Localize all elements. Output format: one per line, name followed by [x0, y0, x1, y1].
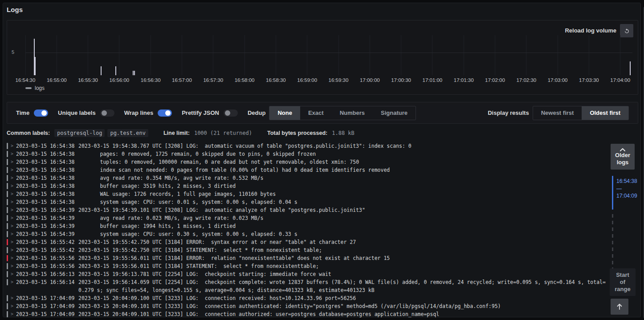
log-volume-bar[interactable] [115, 66, 116, 75]
expand-chevron-icon[interactable]: > [8, 142, 16, 150]
dedup-option-signature[interactable]: Signature [373, 106, 416, 120]
log-row[interactable]: >2023-03-15 16:55:562023-03-15 19:55:56.… [7, 254, 608, 262]
display-results-option-newest-first[interactable]: Newest first [533, 106, 582, 120]
log-row[interactable]: >2023-03-15 17:04:092023-03-15 20:04:09.… [7, 310, 608, 318]
x-axis-tick-label: 16:56:30 [136, 77, 165, 83]
start-of-range-button[interactable]: Start of range [610, 268, 636, 296]
legend-label-logs[interactable]: logs [35, 85, 45, 91]
log-timestamp: 2023-03-15 16:55:56 [16, 262, 78, 270]
display-results-button-group: Newest firstOldest first [533, 106, 629, 120]
expand-chevron-icon[interactable]: > [8, 238, 16, 246]
dedup-option-exact[interactable]: Exact [300, 106, 332, 120]
expand-chevron-icon[interactable]: > [8, 230, 16, 238]
expand-chevron-icon[interactable]: > [8, 166, 16, 174]
range-end-time: 17:04:09 [616, 192, 637, 200]
expand-chevron-icon[interactable]: > [8, 198, 16, 206]
log-row[interactable]: >2023-03-15 16:54:39 system usage: CPU: … [7, 230, 608, 238]
log-timestamp: 2023-03-15 16:54:38 [16, 150, 78, 158]
expand-chevron-icon[interactable]: > [8, 262, 16, 270]
log-row[interactable]: >2023-03-15 16:54:382023-03-15 19:54:38.… [7, 142, 608, 150]
time-toggle[interactable] [34, 109, 48, 117]
log-row[interactable]: >2023-03-15 16:54:38 buffer usage: 3519 … [7, 182, 608, 190]
log-timestamp: 2023-03-15 17:04:09 [16, 310, 78, 318]
log-row[interactable]: >2023-03-15 16:55:562023-03-15 19:55:56.… [7, 262, 608, 270]
expand-chevron-icon[interactable]: > [8, 150, 16, 158]
expand-chevron-icon[interactable]: > [8, 294, 16, 302]
log-options-bar: TimeUnique labelsWrap linesPrettify JSON… [7, 102, 638, 124]
wrap-lines-toggle[interactable] [158, 109, 172, 117]
display-results-option-oldest-first[interactable]: Oldest first [582, 106, 628, 120]
expand-chevron-icon[interactable]: > [8, 222, 16, 230]
log-row[interactable]: >2023-03-15 16:54:38 pages: 0 removed, 1… [7, 150, 608, 158]
log-row[interactable]: >2023-03-15 17:04:092023-03-15 20:04:09.… [7, 294, 608, 302]
expand-chevron-icon[interactable]: > [8, 302, 16, 310]
expand-chevron-icon[interactable]: > [8, 270, 16, 278]
log-timestamp: 2023-03-15 16:54:38 [16, 190, 78, 198]
expand-chevron-icon[interactable]: > [8, 158, 16, 166]
expand-chevron-icon[interactable]: > [8, 174, 16, 182]
prettify-json-label: Prettify JSON [182, 109, 219, 116]
log-row[interactable]: >2023-03-15 16:55:422023-03-15 19:55:42.… [7, 246, 608, 254]
expand-chevron-icon[interactable]: > [8, 206, 16, 214]
expand-chevron-icon[interactable]: > [8, 214, 16, 222]
log-volume-bar[interactable] [134, 71, 135, 75]
grid-line-x [25, 35, 26, 75]
x-axis-tick-label: 16:59:30 [324, 77, 353, 83]
log-row[interactable]: >2023-03-15 16:56:142023-03-15 19:56:14.… [7, 278, 608, 294]
log-row[interactable]: >2023-03-15 16:54:38 avg read rate: 0.35… [7, 174, 608, 182]
log-message: 2023-03-15 19:55:56.011 UTC [3184] ERROR… [78, 254, 608, 262]
log-message: 2023-03-15 19:54:38.767 UTC [3208] LOG: … [78, 142, 608, 150]
expand-chevron-icon[interactable]: > [8, 246, 16, 254]
unique-labels-toggle[interactable] [100, 109, 114, 117]
log-row[interactable]: >2023-03-15 16:54:38 index scan not need… [7, 166, 608, 174]
log-timestamp: 2023-03-15 16:55:42 [16, 238, 78, 246]
log-row[interactable]: >2023-03-15 17:04:092023-03-15 20:04:09.… [7, 302, 608, 310]
grid-line-x [620, 35, 620, 75]
dedup-option-numbers[interactable]: Numbers [332, 106, 373, 120]
total-bytes-value: 1.88 kB [332, 130, 355, 136]
log-row[interactable]: >2023-03-15 16:54:38 tuples: 0 removed, … [7, 158, 608, 166]
log-message: pages: 0 removed, 1725 remain, 0 skipped… [78, 150, 608, 158]
expand-chevron-icon[interactable]: > [8, 310, 16, 318]
unique-labels-label: Unique labels [58, 109, 96, 116]
grid-line-x [245, 35, 245, 75]
time-range-indicator[interactable]: 16:54:38 — 17:04:09 [616, 178, 637, 200]
expand-chevron-icon[interactable]: > [8, 278, 16, 286]
chevron-up-icon [620, 148, 625, 151]
expand-chevron-icon[interactable]: > [8, 182, 16, 190]
prettify-json-toggle[interactable] [224, 109, 238, 117]
log-row[interactable]: >2023-03-15 16:56:132023-03-15 19:56:13.… [7, 270, 608, 278]
log-row[interactable]: >2023-03-15 16:54:38 WAL usage: 1726 rec… [7, 190, 608, 198]
log-row[interactable]: >2023-03-15 16:54:39 avg read rate: 0.02… [7, 214, 608, 222]
log-row[interactable]: >2023-03-15 16:54:38 system usage: CPU: … [7, 198, 608, 206]
log-volume-bar[interactable] [101, 66, 102, 75]
arrow-up-icon [616, 304, 623, 310]
expand-chevron-icon[interactable]: > [8, 190, 16, 198]
log-volume-bar[interactable] [630, 61, 631, 75]
log-row[interactable]: >2023-03-15 16:55:422023-03-15 19:55:42.… [7, 238, 608, 246]
log-timestamp: 2023-03-15 16:54:38 [16, 158, 78, 166]
grid-line-x [182, 35, 182, 75]
older-logs-button[interactable]: Older logs [611, 144, 635, 170]
grid-line-x [370, 35, 370, 75]
scroll-to-top-button[interactable] [611, 299, 628, 315]
chart-legend[interactable]: logs [25, 85, 45, 91]
y-axis-tick-label: 5 [8, 49, 14, 55]
log-timestamp: 2023-03-15 16:55:42 [16, 246, 78, 254]
common-label-badge: postgresql-log [54, 129, 105, 137]
log-row[interactable]: >2023-03-15 16:54:39 buffer usage: 1994 … [7, 222, 608, 230]
log-timestamp: 2023-03-15 16:54:39 [16, 230, 78, 238]
log-row[interactable]: >2023-03-15 16:54:392023-03-15 19:54:39.… [7, 206, 608, 214]
log-message: 2023-03-15 19:55:42.750 UTC [3184] STATE… [78, 246, 608, 254]
x-axis-tick-label: 17:01:30 [449, 77, 478, 83]
log-timestamp: 2023-03-15 16:54:39 [16, 214, 78, 222]
chart-plot-area[interactable]: 16:54:3016:55:0016:55:3016:56:0016:56:30… [7, 20, 638, 94]
dedup-option-none[interactable]: None [269, 106, 300, 120]
expand-chevron-icon[interactable]: > [8, 254, 16, 262]
log-message: buffer usage: 3519 hits, 2 misses, 3 dir… [78, 182, 608, 190]
log-timestamp: 2023-03-15 16:56:14 [16, 278, 78, 286]
range-start-time: 16:54:38 [616, 178, 637, 185]
grid-line-x [495, 35, 495, 75]
log-volume-bar[interactable] [35, 57, 36, 75]
range-separator: — [616, 185, 637, 193]
